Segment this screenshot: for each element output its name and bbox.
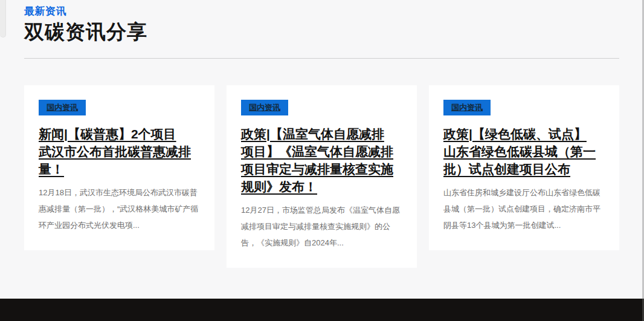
article-title-link[interactable]: 政策|【温室气体自愿减排 项目】《温室气体自愿减排 项目审定与减排量核查实施 规… [241, 127, 393, 193]
category-badge[interactable]: 国内资讯 [39, 100, 86, 115]
article-title-link[interactable]: 政策|【绿色低碳、试点】 山东省绿色低碳县城（第一 批）试点创建项目公布 [443, 127, 596, 176]
news-card[interactable]: 国内资讯 新闻|【碳普惠】2个项目 武汉市公布首批碳普惠减排 量！ 12月18日… [24, 85, 214, 250]
news-section: 最新资讯 双碳资讯分享 国内资讯 新闻|【碳普惠】2个项目 武汉市公布首批碳普惠… [24, 5, 619, 268]
article-title: 政策|【温室气体自愿减排 项目】《温室气体自愿减排 项目审定与减排量核查实施 规… [241, 125, 402, 195]
news-card[interactable]: 国内资讯 政策|【绿色低碳、试点】 山东省绿色低碳县城（第一 批）试点创建项目公… [429, 85, 619, 250]
news-card[interactable]: 国内资讯 政策|【温室气体自愿减排 项目】《温室气体自愿减排 项目审定与减排量核… [227, 85, 417, 268]
footer-bar [0, 299, 644, 321]
article-excerpt: 12月27日，市场监管总局发布《温室气体自愿 减排项目审定与减排量核查实施规则》… [241, 202, 402, 251]
article-title: 新闻|【碳普惠】2个项目 武汉市公布首批碳普惠减排 量！ [39, 125, 200, 178]
section-divider [24, 58, 619, 59]
article-title: 政策|【绿色低碳、试点】 山东省绿色低碳县城（第一 批）试点创建项目公布 [443, 125, 605, 178]
section-eyebrow: 最新资讯 [24, 5, 619, 18]
category-badge[interactable]: 国内资讯 [241, 100, 288, 115]
left-edge-handle [0, 0, 6, 37]
page: 最新资讯 双碳资讯分享 国内资讯 新闻|【碳普惠】2个项目 武汉市公布首批碳普惠… [0, 0, 644, 321]
news-card-grid: 国内资讯 新闻|【碳普惠】2个项目 武汉市公布首批碳普惠减排 量！ 12月18日… [24, 85, 619, 268]
category-badge[interactable]: 国内资讯 [443, 100, 491, 115]
article-excerpt: 12月18日，武汉市生态环境局公布武汉市碳普 惠减排量（第一批），“武汉格林美城… [39, 184, 200, 233]
article-excerpt: 山东省住房和城乡建设厅公布山东省绿色低碳 县城（第一批）试点创建项目，确定济南市… [443, 184, 605, 233]
article-title-link[interactable]: 新闻|【碳普惠】2个项目 武汉市公布首批碳普惠减排 量！ [39, 127, 191, 176]
page-title: 双碳资讯分享 [24, 20, 619, 44]
